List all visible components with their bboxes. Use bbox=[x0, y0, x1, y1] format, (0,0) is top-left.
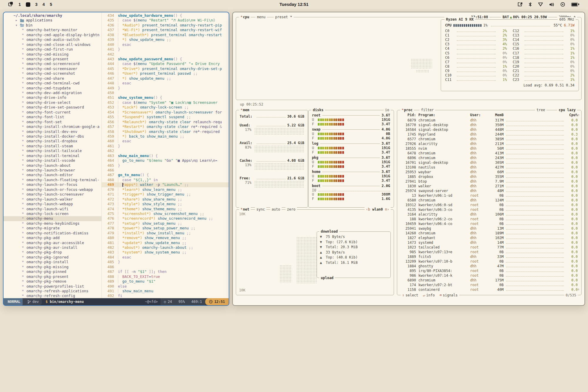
code-line[interactable]: 436▏ *Audio*) present_terminal omarchy-r… bbox=[102, 23, 229, 28]
process-row[interactable]: 1473 systemd dhh 14M 0.0 bbox=[397, 240, 581, 245]
interface-switcher[interactable]: ‹b wlan0 n› bbox=[365, 207, 391, 212]
workspace-4[interactable]: 4 bbox=[43, 2, 45, 7]
code-line[interactable]: 447▏ *) show_update_menu ;; bbox=[102, 76, 229, 81]
process-row[interactable]: 6879 chromium dhh 317M 0.0 bbox=[397, 118, 581, 123]
tree-file-row[interactable]: * omarchy-launch-browser bbox=[4, 168, 101, 173]
code-line[interactable]: 435▏ case $(menu "Restart" "♬ Audio\n≋ W… bbox=[102, 18, 229, 23]
tree-file-row[interactable]: * omarchy-drive-select bbox=[4, 100, 101, 105]
process-row[interactable]: 1830 walker dhh 271M 0.0 bbox=[397, 184, 581, 189]
tree-file-row[interactable]: * omarchy-refresh-config bbox=[4, 293, 101, 298]
scroll-down-icon[interactable]: ↓ bbox=[578, 287, 580, 291]
tree-file-row[interactable]: * omarchy-powerprofiles-list bbox=[4, 284, 101, 289]
process-row[interactable]: 13209 kworker/u97:10-b root 0B 0.0 bbox=[397, 259, 581, 264]
tree-file-row[interactable]: * omarchy-cmd-terminal-cwd bbox=[4, 81, 101, 86]
tree-file-row[interactable]: * omarchy-dev-add-migration bbox=[4, 91, 101, 95]
process-row[interactable]: 16770 signal-desktop dhh 350M 0.0 bbox=[397, 123, 581, 127]
process-row[interactable]: 1745 Hyprland dhh 244M 0.3 bbox=[397, 132, 581, 137]
tree-folder-bin[interactable]: ▾ bin bbox=[4, 23, 101, 28]
workspace-5[interactable]: 5 bbox=[50, 2, 52, 7]
process-row[interactable]: 16584 signal-desktop dhh 448M 0.0 bbox=[397, 127, 581, 132]
tree-file-row[interactable]: * omarchy-install-terminal bbox=[4, 154, 101, 158]
code-line[interactable]: 448▏ esac bbox=[102, 81, 229, 86]
code-line[interactable]: 449} bbox=[102, 86, 229, 91]
code-line[interactable]: 470▏ *learn*) show_learn_menu ;; bbox=[102, 187, 229, 192]
tree-file-row[interactable]: * omarchy-cmd-present bbox=[4, 57, 101, 61]
process-row[interactable]: 1827 elephant dhh 102M 0.0 bbox=[397, 236, 581, 240]
tree-file-row[interactable]: * omarchy-cmd-screenrecord bbox=[4, 61, 101, 66]
workspace-2-active[interactable] bbox=[26, 2, 30, 7]
tree-file-row[interactable]: * omarchy-cmd-missing bbox=[4, 52, 101, 57]
process-row[interactable]: 13 kworker/u96:1-sd root 0B 0.0 bbox=[397, 193, 581, 198]
code-line[interactable]: 484▏ esac bbox=[102, 255, 229, 260]
code-line[interactable]: 487if [[ -n "$1" ]]; then bbox=[102, 269, 229, 274]
tree-file-row[interactable]: * omarchy-pkg-aur-accessible bbox=[4, 241, 101, 245]
tree-file-row[interactable]: * omarchy-cmd-screenshot bbox=[4, 71, 101, 76]
select-hint[interactable]: ↑select bbox=[402, 293, 418, 298]
tree-file-row[interactable]: * omarchy-pkg-add bbox=[4, 236, 101, 240]
battery-icon[interactable] bbox=[571, 3, 578, 6]
tree-file-row[interactable]: * omarchy-pkg-pinned bbox=[4, 269, 101, 274]
code-line[interactable]: 488▏ BACK_TO_EXIT=true bbox=[102, 274, 229, 279]
proc-panel-title[interactable]: *proc bbox=[400, 108, 414, 112]
process-row[interactable]: 4135 kworker/u96:3-co root 0B 0.0 bbox=[397, 207, 581, 212]
process-row[interactable]: 6577 chromium dhh 385M 0.0 bbox=[397, 137, 581, 141]
code-line[interactable]: 489▏ go_to_menu "$1" bbox=[102, 279, 229, 284]
process-row[interactable]: 188 kworker/u96:2-co root 0B 0.0 bbox=[397, 217, 581, 221]
code-line[interactable]: 481▏ *update*) show_update_menu ;; bbox=[102, 241, 229, 245]
tree-file-row[interactable]: * omarchy-cmd-apple-display-brightn bbox=[4, 33, 101, 37]
code-line[interactable]: 490else bbox=[102, 284, 229, 289]
disks-panel-title[interactable]: disks bbox=[311, 108, 325, 112]
code-line[interactable]: 439▏ *) show_update_menu ;; bbox=[102, 37, 229, 42]
code-line[interactable]: 458▏ *Shutdown*) omarchy-state clear re*… bbox=[102, 129, 229, 134]
tree-file-row[interactable]: * omarchy-font-current bbox=[4, 110, 101, 115]
tree-file-row[interactable]: * omarchy-pkg-drop bbox=[4, 250, 101, 255]
tree-file-row[interactable]: * omarchy-launch-or-focus-webapp bbox=[4, 187, 101, 192]
preset-tab[interactable]: preset * bbox=[274, 15, 294, 19]
process-row[interactable]: 1158 containerd root 40M 0.0 bbox=[397, 287, 581, 292]
code-line[interactable]: 442 bbox=[102, 52, 229, 57]
process-row[interactable]: 6896 chromium dhh 243M 0.0 bbox=[397, 156, 581, 160]
code-line[interactable]: 461} bbox=[102, 144, 229, 149]
sort-selector[interactable]: cpu lazy bbox=[557, 108, 577, 112]
bluetooth-icon[interactable] bbox=[529, 2, 532, 7]
omarchy-logo-icon[interactable] bbox=[8, 1, 13, 8]
tree-file-row[interactable]: * omarchy-install-docker-dbs bbox=[4, 134, 101, 139]
tree-toggle[interactable]: tree bbox=[535, 108, 547, 112]
code-line[interactable]: 457▏ *Restart*) omarchy-state clear re*-… bbox=[102, 124, 229, 129]
code-line[interactable]: 468▏ case "${1,,}" in bbox=[102, 178, 229, 182]
tree-file-row[interactable]: * omarchy-pkg-missing bbox=[4, 265, 101, 269]
process-row[interactable]: 1023 tailscaled root 77M 0.0 bbox=[397, 245, 581, 250]
tree-file-row[interactable]: * omarchy-menu-keybindings bbox=[4, 221, 101, 226]
tree-file-row[interactable]: * omarchy-refresh-applications bbox=[4, 289, 101, 293]
tree-file-row[interactable]: * omarchy-launch-walker bbox=[4, 197, 101, 202]
tree-file-row[interactable]: * omarchy-drive-info bbox=[4, 95, 101, 100]
tree-file-row[interactable]: * omarchy-battery-monitor bbox=[4, 28, 101, 32]
tree-file-row[interactable]: * omarchy-install-steam bbox=[4, 144, 101, 149]
code-line[interactable]: 473▏ *style*) show_style_menu ;; bbox=[102, 202, 229, 206]
process-row[interactable]: 13108 nautilus dhh 427M 0.0 bbox=[397, 165, 581, 170]
tree-file-row[interactable]: * omarchy-cmd-close-all-windows bbox=[4, 42, 101, 47]
tree-file-row[interactable]: * omarchy-drive-set-password bbox=[4, 105, 101, 110]
volume-icon[interactable] bbox=[549, 2, 554, 7]
code-line[interactable]: 464▏ go_to_menu "$(menu "Go" "▦ Apps\n◫ … bbox=[102, 158, 229, 163]
process-row[interactable]: 25974 swayosd-server dhh 48M 0.0 bbox=[397, 189, 581, 193]
tree-file-row[interactable]: * omarchy-pkg-aur-install bbox=[4, 245, 101, 250]
tree-file-row[interactable]: * omarchy-install-chromium-google-a bbox=[4, 124, 101, 129]
cpu-panel-title[interactable]: *cpu bbox=[239, 15, 251, 19]
code-line[interactable]: 441} bbox=[102, 47, 229, 52]
code-line[interactable]: 450 bbox=[102, 91, 229, 95]
code-line[interactable]: 477▏ *setup*) show_setup_menu ;; bbox=[102, 221, 229, 226]
code-line[interactable]: 438▏ *Bluetooth*) present_terminal omarc… bbox=[102, 33, 229, 37]
tree-file-row[interactable]: * omarchy-cmd-tzupdate bbox=[4, 86, 101, 91]
screen-share-icon[interactable] bbox=[517, 2, 522, 7]
clock[interactable]: Tuesday 12:51 bbox=[280, 2, 309, 7]
filter-control[interactable]: filter bbox=[420, 108, 435, 112]
tree-file-row[interactable]: * omarchy-install-tailscale bbox=[4, 149, 101, 153]
code-line[interactable]: 462 bbox=[102, 149, 229, 153]
process-row[interactable]: 27026 alacritty dhh 211M 0.0 bbox=[397, 141, 581, 146]
power-profile-icon[interactable] bbox=[560, 2, 565, 7]
net-panel-title[interactable]: *net bbox=[239, 207, 251, 212]
process-row[interactable]: 1884 ghostty dhh 47M 0.0 bbox=[397, 264, 581, 268]
tree-file-row[interactable]: * omarchy-cmd-audio-switch bbox=[4, 37, 101, 42]
process-row[interactable]: 1889 fcitx5 dhh 33M 0.0 bbox=[397, 254, 581, 259]
